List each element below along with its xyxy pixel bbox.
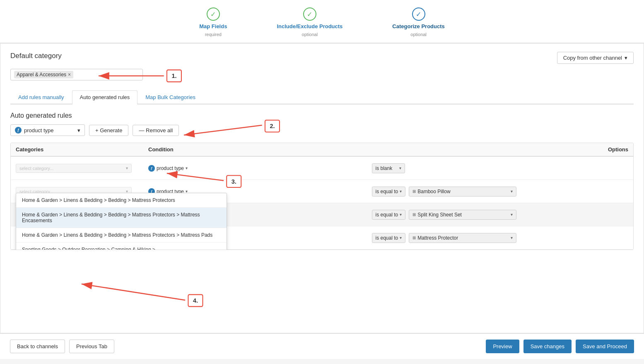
rules-table: Categories Condition Options select cate… <box>10 143 634 250</box>
svg-line-12 <box>82 284 185 300</box>
main-content: Default category Copy from other channel… <box>0 43 644 333</box>
row4-condition-op[interactable]: is equal to ▾ <box>372 233 406 243</box>
table-row: select category... ▾ ƒ product type ▾ is… <box>11 157 633 180</box>
copy-from-channel-button[interactable]: Copy from other channel ▾ <box>557 52 634 64</box>
field-icon: ƒ <box>148 165 155 172</box>
svg-text:1.: 1. <box>171 73 176 79</box>
svg-text:4.: 4. <box>193 297 198 304</box>
tab-map-bulk[interactable]: Map Bulk Categories <box>137 90 203 104</box>
row1-condition-cell: ƒ product type ▾ <box>148 165 372 172</box>
dropdown-item-selected[interactable]: Home & Garden > Linens & Bedding > Beddi… <box>16 208 227 228</box>
svg-rect-1 <box>167 70 181 82</box>
dropdown-list: Home & Garden > Linens & Bedding > Beddi… <box>16 193 227 250</box>
step-map-fields[interactable]: ✓ Map Fields required <box>199 7 227 37</box>
row1-value-cell: is blank ▾ <box>372 163 596 173</box>
step-sublabel-map-fields: required <box>205 32 222 37</box>
chevron-down-icon: ▾ <box>511 189 513 194</box>
grid-icon: ⊞ <box>412 212 416 217</box>
back-to-channels-button[interactable]: Back to channels <box>10 340 65 353</box>
chevron-down-icon: ▾ <box>400 212 402 217</box>
step-circle-include-exclude: ✓ <box>303 7 316 21</box>
dropdown-item[interactable]: Sporting Goods > Outdoor Recreation > Ca… <box>16 243 227 250</box>
tab-add-manually[interactable]: Add rules manually <box>10 90 72 104</box>
chevron-down-icon: ▾ <box>400 235 402 240</box>
chevron-down-icon: ▾ <box>126 166 128 170</box>
chevron-down-icon: ▾ <box>511 235 513 240</box>
dropdown-item[interactable]: Home & Garden > Linens & Bedding > Beddi… <box>16 193 227 208</box>
row2-condition-op[interactable]: is equal to ▾ <box>372 187 406 197</box>
step-circle-categorize: ✓ <box>412 7 425 21</box>
category-tag: Apparel & Accessories × <box>14 71 73 78</box>
row4-value-cell: is equal to ▾ ⊞ Mattress Protector ▾ <box>372 233 596 243</box>
step-categorize[interactable]: ✓ Categorize Products optional <box>392 7 444 37</box>
category-dropdown: Home & Garden > Linens & Bedding > Beddi… <box>16 193 227 250</box>
row3-value-cell: is equal to ▾ ⊞ Split King Sheet Set ▾ <box>372 210 596 220</box>
step-label-include-exclude: Include/Exclude Products <box>277 23 343 29</box>
tag-close-icon[interactable]: × <box>68 72 71 78</box>
controls-row: ƒ product type ▾ + Generate — Remove all <box>10 124 634 136</box>
row1-category-cell: select category... ▾ <box>16 164 148 173</box>
save-changes-button[interactable]: Save changes <box>523 340 572 353</box>
step-include-exclude[interactable]: ✓ Include/Exclude Products optional <box>277 7 343 37</box>
bottom-left-buttons: Back to channels Previous Tab <box>10 340 114 353</box>
chevron-down-icon: ▾ <box>511 212 513 217</box>
auto-rules-title: Auto generated rules <box>10 112 634 119</box>
chevron-down-icon: ▾ <box>77 127 80 133</box>
step-label-map-fields: Map Fields <box>199 23 227 29</box>
row2-value-cell: is equal to ▾ ⊞ Bamboo Pillow ▾ <box>372 187 596 197</box>
chevron-down-icon: ▾ <box>399 166 401 170</box>
field-selector[interactable]: ƒ product type ▾ <box>10 124 85 136</box>
save-and-proceed-button[interactable]: Save and Proceed <box>576 340 634 353</box>
grid-icon: ⊞ <box>412 235 416 240</box>
col-categories: Categories <box>16 146 148 153</box>
preview-button[interactable]: Preview <box>486 340 519 353</box>
table-header: Categories Condition Options <box>11 143 633 157</box>
col-condition: Condition <box>148 146 372 153</box>
grid-icon: ⊞ <box>412 189 416 194</box>
row1-condition-op[interactable]: is blank ▾ <box>372 163 405 173</box>
row3-value-select[interactable]: ⊞ Split King Sheet Set ▾ <box>409 210 516 220</box>
step-circle-map-fields: ✓ <box>207 7 220 21</box>
row4-value-select[interactable]: ⊞ Mattress Protector ▾ <box>409 233 516 243</box>
bottom-bar: Back to channels Previous Tab Preview Sa… <box>0 333 644 359</box>
row2-value-select[interactable]: ⊞ Bamboo Pillow ▾ <box>409 187 516 197</box>
svg-rect-10 <box>188 295 203 307</box>
generate-button[interactable]: + Generate <box>89 125 128 136</box>
field-icon: ƒ <box>15 127 22 133</box>
remove-all-button[interactable]: — Remove all <box>133 125 179 136</box>
chevron-down-icon: ▾ <box>625 55 627 61</box>
progress-bar: ✓ Map Fields required ✓ Include/Exclude … <box>0 0 644 43</box>
step-sublabel-categorize: optional <box>410 32 427 37</box>
step-label-categorize: Categorize Products <box>392 23 444 29</box>
dropdown-item[interactable]: Home & Garden > Linens & Bedding > Beddi… <box>16 228 227 243</box>
row3-condition-op[interactable]: is equal to ▾ <box>372 210 406 220</box>
bottom-right-buttons: Preview Save changes Save and Proceed <box>486 340 634 353</box>
category-tabs: Add rules manually Auto generated rules … <box>10 90 634 104</box>
default-category-input[interactable]: Apparel & Accessories × <box>10 69 143 80</box>
chevron-down-icon: ▾ <box>186 166 188 170</box>
row1-category-select[interactable]: select category... ▾ <box>16 164 132 173</box>
previous-tab-button[interactable]: Previous Tab <box>69 340 114 353</box>
col-options: Options <box>595 146 628 153</box>
section-header: Default category Copy from other channel… <box>10 52 634 64</box>
step-sublabel-include-exclude: optional <box>302 32 318 37</box>
chevron-down-icon: ▾ <box>400 189 402 194</box>
section-title: Default category <box>10 52 62 60</box>
tab-auto-generated[interactable]: Auto generated rules <box>72 90 138 104</box>
